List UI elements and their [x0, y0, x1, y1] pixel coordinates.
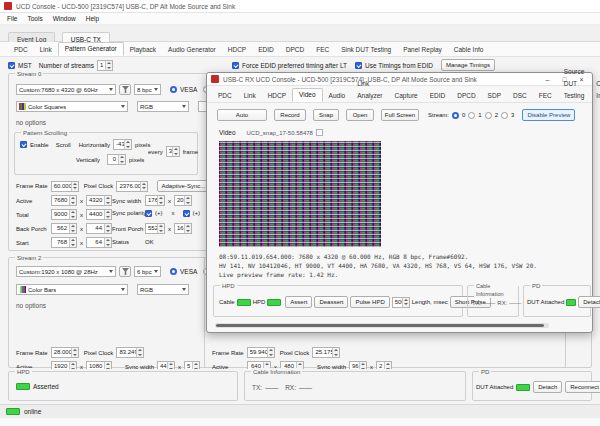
rx-tab-capture[interactable]: Capture	[389, 90, 424, 102]
rx-tab-source-dut-testing[interactable]: Source DUT Testing	[558, 66, 591, 102]
timing-filter-button[interactable]	[119, 266, 131, 277]
use-timings-checkbox[interactable]	[355, 62, 362, 69]
back-porch-h-spinner[interactable]: 562	[51, 223, 77, 234]
total-h-spinner[interactable]: 9000	[51, 209, 77, 220]
rx-tab-fec[interactable]: FEC	[533, 90, 558, 102]
pulse-length-spinner[interactable]: 500	[392, 297, 410, 308]
right-pixel-clock-spinner[interactable]: 25.175	[312, 347, 340, 358]
assert-button[interactable]: Assert	[285, 296, 312, 308]
menu-file[interactable]: File	[7, 14, 17, 23]
stream2-timing-combo[interactable]: Custom:1920 x 1080 @ 28Hz	[16, 266, 116, 277]
scroll-enable-checkbox[interactable]	[20, 141, 27, 148]
detach-button[interactable]: Detach	[533, 381, 562, 393]
front-porch-v-spinner[interactable]: 16	[174, 223, 192, 234]
rx-tab-audio[interactable]: Audio	[323, 90, 352, 102]
auto-button[interactable]: Auto	[217, 109, 267, 121]
record-button[interactable]: Record	[274, 109, 306, 121]
horizontal-pixels-spinner[interactable]: -43	[113, 139, 132, 150]
spinner-arrows[interactable]	[104, 224, 111, 233]
total-v-spinner[interactable]: 4400	[86, 209, 112, 220]
spinner-arrows[interactable]	[71, 182, 78, 191]
stream0-colorspace-combo[interactable]: RGB	[137, 101, 189, 112]
spinner-arrows[interactable]	[69, 210, 76, 219]
stream2-frame-rate-spinner[interactable]: 28.000	[51, 347, 79, 358]
right-frame-rate-spinner[interactable]: 59.940	[247, 347, 275, 358]
rx-tab-video[interactable]: Video	[292, 88, 323, 102]
rx-tab-dpcd[interactable]: DPCD	[451, 90, 481, 102]
spinner-arrows[interactable]	[104, 196, 111, 205]
sync-width-h-spinner[interactable]: 176	[145, 195, 165, 206]
subtab-audio-generator[interactable]: Audio Generator	[162, 44, 222, 56]
rx-tab-sdp[interactable]: SDP	[482, 90, 507, 102]
stream0-pattern-combo[interactable]: Color Squares	[16, 101, 128, 112]
rx-tab-link[interactable]: Link	[238, 90, 262, 102]
disable-preview-button[interactable]: Disable Preview	[522, 109, 575, 121]
subtab-panel-replay[interactable]: Panel Replay	[397, 44, 448, 56]
spinner-arrows[interactable]	[157, 224, 164, 233]
spinner-arrows[interactable]	[124, 140, 131, 149]
sync-polarity-h-checkbox[interactable]	[145, 210, 152, 217]
spinner-arrows[interactable]	[402, 298, 409, 307]
rx-tab-edid[interactable]: EDID	[424, 90, 452, 102]
spinner-arrows[interactable]	[69, 196, 76, 205]
menu-help[interactable]: Help	[86, 14, 99, 23]
subtab-hdcp[interactable]: HDCP	[222, 44, 252, 56]
stream2-colorspace-combo[interactable]: RGB	[137, 284, 189, 295]
spinner-arrows[interactable]	[332, 348, 339, 357]
active-h-spinner[interactable]: 7680	[51, 195, 77, 206]
full-screen-button[interactable]: Full Screen	[381, 109, 419, 121]
sync-polarity-v-checkbox[interactable]	[183, 210, 190, 217]
subtab-pattern-generator[interactable]: Pattern Generator	[58, 42, 124, 56]
back-porch-v-spinner[interactable]: 44	[86, 223, 112, 234]
manage-timings-button[interactable]: Manage Timings	[441, 59, 495, 71]
adaptive-sync-button[interactable]: Adaptive-Sync...	[157, 180, 209, 192]
stream-radio-2[interactable]	[485, 112, 492, 119]
spinner-arrows[interactable]	[71, 348, 78, 357]
timing-filter-button[interactable]	[119, 84, 131, 95]
spinner-arrows[interactable]	[136, 348, 143, 357]
rx-detach-button[interactable]: Detach	[578, 296, 600, 308]
active-v-spinner[interactable]: 4320	[86, 195, 112, 206]
spinner-arrows[interactable]	[69, 224, 76, 233]
stream2-bpc-combo[interactable]: 6 bpc	[134, 266, 161, 277]
menu-tools[interactable]: Tools	[27, 14, 42, 23]
subtab-dpcd[interactable]: DPCD	[280, 44, 310, 56]
reconnect-button[interactable]: Reconnect	[565, 381, 600, 393]
spinner-arrows[interactable]	[140, 182, 147, 191]
stream0-vesa-radio[interactable]	[170, 86, 177, 93]
pixel-clock-spinner[interactable]: 2376.000	[116, 181, 148, 192]
subtab-fec[interactable]: FEC	[310, 44, 335, 56]
spinner-arrows[interactable]	[267, 348, 274, 357]
rx-tab-pdc[interactable]: PDC	[212, 90, 238, 102]
sync-width-v-spinner[interactable]: 20	[174, 195, 192, 206]
num-streams-spinner[interactable]: 1	[97, 60, 113, 71]
vertical-pixels-spinner[interactable]: 0	[107, 154, 126, 165]
spinner-arrows[interactable]	[172, 147, 179, 156]
stream2-pattern-combo[interactable]: Color Bars	[16, 284, 128, 295]
spinner-arrows[interactable]	[184, 224, 191, 233]
mst-checkbox[interactable]	[8, 62, 15, 69]
subtab-sink-dut-testing[interactable]: Sink DUT Testing	[335, 44, 397, 56]
stream2-vesa-radio[interactable]	[170, 268, 177, 275]
minimize-button[interactable]: –	[541, 74, 554, 85]
open-button[interactable]: Open	[346, 109, 374, 121]
start-v-spinner[interactable]: 64	[86, 237, 112, 248]
scrollbar-thumb[interactable]	[216, 324, 544, 327]
subtab-pdc[interactable]: PDC	[8, 44, 34, 56]
subtab-edid[interactable]: EDID	[252, 44, 280, 56]
horizontal-scrollbar[interactable]	[215, 323, 549, 328]
spinner-arrows[interactable]	[104, 210, 111, 219]
subtab-playback[interactable]: Playback	[124, 44, 162, 56]
main-titlebar[interactable]: UCD Console - UCD-500 [2319C574] USB-C, …	[0, 0, 600, 13]
rx-tab-hdcp[interactable]: HDCP	[262, 90, 292, 102]
force-edid-checkbox[interactable]	[232, 62, 239, 69]
frame-rate-spinner[interactable]: 60.000	[51, 181, 79, 192]
stream-radio-0[interactable]	[452, 112, 459, 119]
rx-titlebar[interactable]: USB-C RX UCD Console - UCD-500 [2319C574…	[207, 73, 592, 86]
deassert-button[interactable]: Deassert	[314, 296, 348, 308]
subtab-link[interactable]: Link	[34, 44, 58, 56]
spinner-arrows[interactable]	[157, 196, 164, 205]
every-frames-spinner[interactable]: 3	[166, 146, 180, 157]
spinner-arrows[interactable]	[104, 238, 111, 247]
rx-tab-link-analyzer[interactable]: Link Analyzer	[351, 78, 388, 102]
